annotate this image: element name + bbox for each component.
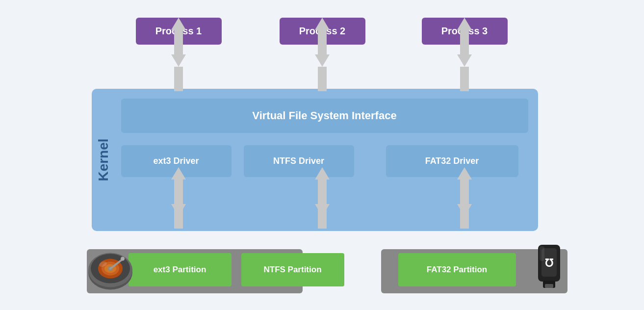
kernel-label: Kernel — [96, 138, 111, 181]
ext3-partition-box: ext3 Partition — [129, 253, 232, 286]
usb-icon: ℧ — [526, 242, 572, 296]
svg-marker-14 — [457, 54, 472, 67]
process-1-label: Process 1 — [155, 26, 202, 36]
svg-rect-41 — [545, 284, 553, 288]
fat32-partition-box: FAT32 Partition — [398, 253, 516, 286]
svg-rect-11 — [318, 67, 327, 91]
ext3-driver-box: ext3 Driver — [121, 145, 232, 177]
process-2-box: Process 2 — [280, 18, 365, 45]
svg-rect-43 — [540, 246, 544, 261]
ntfs-partition-box: NTFS Partition — [241, 253, 344, 286]
process-3-box: Process 3 — [422, 18, 508, 45]
process-2-label: Process 2 — [299, 26, 346, 36]
fat32-driver-label: FAT32 Driver — [425, 156, 479, 166]
process-3-label: Process 3 — [441, 26, 488, 36]
svg-rect-7 — [174, 67, 183, 91]
vfs-box: Virtual File System Interface — [121, 99, 528, 133]
hdd-icon — [86, 244, 135, 296]
ntfs-driver-box: NTFS Driver — [244, 145, 354, 177]
ext3-partition-label: ext3 Partition — [154, 265, 206, 275]
svg-marker-10 — [315, 54, 330, 67]
diagram-container: Process 1 Process 2 Process 3 Kernel Vir… — [62, 13, 582, 297]
svg-marker-6 — [171, 54, 186, 67]
ntfs-partition-label: NTFS Partition — [263, 265, 321, 275]
ext3-driver-label: ext3 Driver — [153, 156, 199, 166]
fat32-partition-label: FAT32 Partition — [427, 265, 487, 275]
svg-point-36 — [121, 257, 125, 261]
svg-text:℧: ℧ — [544, 257, 553, 269]
process-1-box: Process 1 — [136, 18, 222, 45]
vfs-label: Virtual File System Interface — [252, 109, 396, 122]
svg-rect-15 — [460, 67, 469, 91]
ntfs-driver-label: NTFS Driver — [273, 156, 324, 166]
fat32-driver-box: FAT32 Driver — [386, 145, 518, 177]
